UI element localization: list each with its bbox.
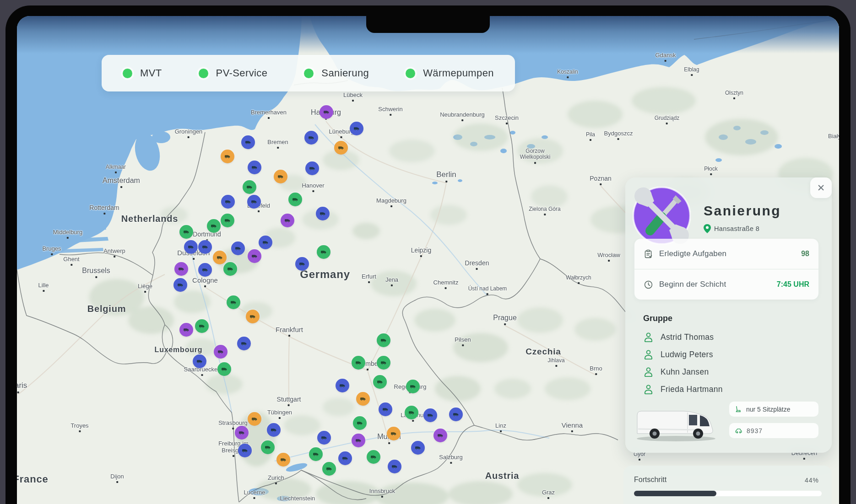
map-marker[interactable]	[406, 380, 420, 393]
map-marker[interactable]	[235, 426, 249, 440]
map-marker[interactable]	[352, 356, 365, 370]
map-marker[interactable]	[221, 214, 234, 227]
map-marker[interactable]	[198, 263, 212, 277]
map-marker[interactable]	[179, 225, 193, 239]
map-country-label: Belgium	[87, 304, 126, 314]
map-city-label: Ghent	[63, 256, 79, 266]
legend-dot-icon	[199, 69, 208, 78]
map-marker[interactable]	[305, 161, 319, 175]
map-marker[interactable]	[411, 441, 425, 455]
member-row[interactable]: Frieda Hartmann	[643, 381, 723, 398]
map-marker[interactable]	[388, 460, 401, 473]
map-marker[interactable]	[179, 323, 193, 337]
map-marker[interactable]	[247, 195, 261, 209]
map-marker[interactable]	[195, 319, 209, 333]
legend-item-label: MVT	[140, 67, 162, 79]
legend-item-mvt[interactable]: MVT	[123, 67, 162, 79]
member-row[interactable]: Astrid Thomas	[643, 328, 723, 346]
member-row[interactable]: Kuhn Jansen	[643, 363, 723, 381]
close-button[interactable]: ✕	[810, 177, 832, 198]
map-marker[interactable]	[243, 180, 256, 194]
progress-label: Fortschritt	[634, 476, 666, 484]
map-marker[interactable]	[227, 295, 240, 309]
map-marker[interactable]	[248, 412, 261, 426]
map-marker[interactable]	[193, 354, 206, 368]
badge-label: nur 5 Sitzplätze	[746, 406, 791, 413]
map-marker[interactable]	[238, 444, 252, 457]
map-marker[interactable]	[274, 170, 287, 183]
map-city-label: Schwerin	[378, 106, 402, 116]
map-city-label: Tübingen	[267, 409, 292, 419]
map-marker[interactable]	[214, 345, 228, 359]
map-city-label: Dijon	[110, 473, 124, 483]
map-marker[interactable]	[281, 214, 294, 227]
legend-item-w-rmepumpen[interactable]: Wärmepumpen	[406, 67, 494, 79]
map-marker[interactable]	[367, 450, 380, 464]
person-icon	[643, 367, 654, 377]
map-marker[interactable]	[198, 240, 212, 254]
close-icon: ✕	[817, 182, 825, 193]
map-marker[interactable]	[259, 236, 272, 249]
map-marker[interactable]	[320, 105, 333, 119]
map-marker[interactable]	[231, 241, 245, 255]
map-marker[interactable]	[405, 406, 418, 419]
stat-label: Beginn der Schicht	[659, 280, 726, 289]
map-marker[interactable]	[353, 416, 367, 430]
legend-dot-icon	[304, 69, 314, 78]
map-marker[interactable]	[373, 375, 387, 389]
member-row[interactable]: Ludwig Peters	[643, 346, 723, 363]
map-city-label: Brno	[590, 365, 602, 375]
map-marker[interactable]	[387, 427, 401, 440]
map-marker[interactable]	[217, 362, 231, 376]
map-marker[interactable]	[295, 257, 309, 271]
map-marker[interactable]	[261, 440, 275, 454]
vehicle-badge: nur 5 Sitzplätze	[729, 402, 818, 417]
member-name: Kuhn Jansen	[661, 367, 709, 377]
panel-address: Hansastraße 8	[704, 224, 759, 233]
vehicle-badge: 8937	[729, 423, 818, 438]
map-marker[interactable]	[350, 122, 363, 135]
map-city-label: Lille	[38, 282, 49, 292]
map-marker[interactable]	[248, 249, 261, 263]
map-marker[interactable]	[377, 333, 390, 347]
map-marker[interactable]	[207, 219, 221, 233]
map-marker[interactable]	[174, 262, 188, 276]
map-marker[interactable]	[184, 240, 198, 254]
map-marker[interactable]	[338, 451, 352, 465]
map-marker[interactable]	[248, 161, 261, 174]
map-marker[interactable]	[173, 278, 187, 292]
badge-label: 8937	[747, 427, 763, 434]
map-marker[interactable]	[377, 356, 390, 370]
map-marker[interactable]	[336, 379, 349, 392]
map-marker[interactable]	[276, 453, 290, 466]
map-marker[interactable]	[288, 193, 302, 206]
legend-item-sanierung[interactable]: Sanierung	[304, 67, 369, 79]
map-marker[interactable]	[237, 337, 251, 350]
map-marker[interactable]	[223, 262, 237, 276]
map-marker[interactable]	[221, 195, 235, 209]
camera-notch	[366, 16, 490, 33]
map-marker[interactable]	[241, 135, 255, 149]
map-marker[interactable]	[352, 434, 365, 447]
map-marker[interactable]	[449, 407, 463, 421]
map-marker[interactable]	[356, 392, 370, 406]
legend-item-pv-service[interactable]: PV-Service	[199, 67, 268, 79]
map-city-label: Erfurt	[362, 273, 376, 283]
map-marker[interactable]	[379, 402, 392, 416]
map-marker[interactable]	[317, 245, 330, 259]
progress-fill	[634, 491, 716, 496]
map-marker[interactable]	[309, 447, 323, 461]
map-marker[interactable]	[246, 310, 260, 323]
map-marker[interactable]	[334, 141, 348, 155]
map-marker[interactable]	[322, 462, 336, 476]
map-marker[interactable]	[317, 431, 331, 445]
map-marker[interactable]	[433, 429, 447, 442]
map-city-label: Liechtenstein	[280, 495, 315, 502]
map-marker[interactable]	[267, 423, 281, 437]
map-marker[interactable]	[221, 150, 234, 163]
map-marker[interactable]	[423, 408, 437, 422]
map-city-label: Leipzig	[411, 247, 431, 257]
map-marker[interactable]	[304, 131, 318, 145]
map-marker[interactable]	[316, 207, 330, 220]
map-marker[interactable]	[213, 251, 227, 264]
